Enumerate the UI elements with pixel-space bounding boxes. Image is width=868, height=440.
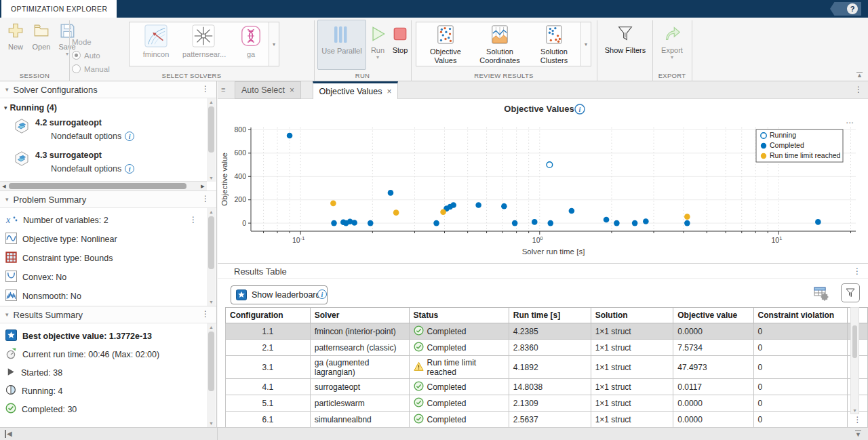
- help-button[interactable]: ?: [830, 2, 861, 16]
- show-filters-button[interactable]: Show Filters: [602, 20, 648, 55]
- panel-menu-icon[interactable]: [201, 84, 210, 94]
- data-point-completed[interactable]: [684, 220, 690, 226]
- leaderboard-info-icon[interactable]: i: [317, 289, 327, 299]
- solver-configurations-header[interactable]: ▾ Solver Configurations: [0, 81, 216, 98]
- data-point-run-time-limit-reached[interactable]: [440, 209, 446, 215]
- table-row-4.1[interactable]: 4.1surrogateoptCompleted14.80381×1 struc…: [226, 379, 868, 395]
- info-icon[interactable]: i: [125, 164, 134, 174]
- problem-summary-item[interactable]: xNumber of variables: 2: [0, 211, 216, 230]
- scatter-plot[interactable]: Objective Valuesi...020040060080010-1100…: [218, 99, 868, 263]
- tab-list-icon[interactable]: ≡: [221, 85, 225, 94]
- tab-close-icon[interactable]: [387, 87, 391, 96]
- collapse-group-icon[interactable]: ▾: [4, 104, 7, 111]
- results-summary-item[interactable]: Best objective value: 1.3772e-13: [0, 327, 216, 345]
- column-header-constraint-violation[interactable]: Constraint violation: [753, 308, 848, 323]
- data-point-completed[interactable]: [331, 220, 337, 226]
- show-leaderboard-button[interactable]: Show leaderboard: [231, 285, 328, 304]
- review-button-obj_values[interactable]: ObjectiveValues: [419, 24, 472, 65]
- new-button[interactable]: New: [3, 20, 28, 52]
- data-point-run-time-limit-reached[interactable]: [684, 214, 690, 220]
- solver-gallery-item-fmincon[interactable]: fmincon: [135, 24, 177, 58]
- table-row-6.1[interactable]: 6.1simulannealbndCompleted2.56371×1 stru…: [226, 412, 868, 428]
- solver-config-item-4.2[interactable]: 4.2 surrogateoptNondefault optionsi: [14, 117, 216, 145]
- problem-summary-item[interactable]: Convex: No: [0, 268, 216, 287]
- panel-menu-icon[interactable]: [201, 194, 210, 203]
- panel-menu-icon[interactable]: [201, 309, 210, 319]
- data-point-completed[interactable]: [351, 220, 357, 226]
- data-point-completed[interactable]: [368, 220, 374, 226]
- export-button[interactable]: Export ▾: [656, 20, 688, 60]
- results-summary-vscrollbar[interactable]: ▲ ▼: [207, 323, 216, 427]
- tab-objective-values[interactable]: Objective Values: [313, 81, 399, 99]
- table-row-1.1[interactable]: 1.1fmincon (interior-point)Completed4.23…: [226, 323, 868, 340]
- running-group[interactable]: ▾ Running (4): [4, 103, 216, 113]
- results-summary-item[interactable]: Started: 38: [0, 363, 216, 382]
- run-dropdown-arrow[interactable]: ▾: [368, 55, 387, 60]
- chart-options-button[interactable]: ...: [846, 115, 854, 125]
- solver-config-hscrollbar[interactable]: ◀ ▶: [0, 181, 207, 191]
- data-point-completed[interactable]: [815, 219, 821, 225]
- collapse-panel-down-icon[interactable]: ▼: [855, 431, 861, 438]
- column-header-run-time-s-[interactable]: Run time [s]: [509, 308, 591, 323]
- data-point-run-time-limit-reached[interactable]: [330, 201, 336, 207]
- problem-summary-header[interactable]: ▾ Problem Summary: [0, 191, 216, 208]
- data-point-completed[interactable]: [388, 190, 394, 196]
- data-point-completed[interactable]: [614, 220, 620, 226]
- data-point-completed[interactable]: [433, 220, 439, 226]
- mode-auto-radio[interactable]: Auto: [72, 51, 126, 60]
- data-point-completed[interactable]: [547, 220, 553, 226]
- stop-button[interactable]: Stop: [391, 20, 410, 55]
- collapse-panel-icon[interactable]: ▾: [5, 311, 9, 318]
- data-point-completed[interactable]: [512, 220, 518, 226]
- results-summary-item[interactable]: Completed: 30: [0, 400, 216, 418]
- data-point-completed[interactable]: [569, 208, 575, 214]
- data-point-completed[interactable]: [287, 133, 293, 139]
- solver-gallery-item-patternsearch[interactable]: patternsear...: [182, 24, 224, 58]
- solver-gallery-item-ga[interactable]: ga: [230, 24, 272, 58]
- data-point-completed[interactable]: [604, 217, 610, 223]
- run-button[interactable]: Run ▾: [368, 20, 387, 60]
- column-header-solver[interactable]: Solver: [310, 308, 409, 323]
- table-filter-button[interactable]: [841, 283, 860, 302]
- data-point-completed[interactable]: [475, 202, 481, 208]
- item-menu-icon[interactable]: [189, 215, 197, 224]
- data-point-run-time-limit-reached[interactable]: [393, 209, 399, 216]
- use-parallel-toggle[interactable]: Use Parallel: [317, 20, 366, 70]
- data-point-completed[interactable]: [643, 218, 649, 224]
- data-point-running[interactable]: [547, 162, 553, 168]
- panel-menu-icon[interactable]: [853, 266, 861, 276]
- solver-config-item-4.3[interactable]: 4.3 surrogateoptNondefault optionsi: [14, 149, 216, 178]
- info-icon[interactable]: i: [125, 132, 134, 141]
- review-button-sol_clusters[interactable]: SolutionClusters: [528, 24, 580, 65]
- results-summary-header[interactable]: ▾ Results Summary: [0, 306, 216, 323]
- problem-summary-vscrollbar[interactable]: ▲ ▼: [207, 208, 216, 306]
- review-button-sol_coords[interactable]: SolutionCoordinates: [473, 24, 526, 65]
- table-row-5.1[interactable]: 5.1particleswarmCompleted2.13091×1 struc…: [226, 395, 868, 412]
- results-table-header[interactable]: Results Table: [218, 263, 868, 279]
- collapse-panel-icon[interactable]: ▾: [5, 196, 9, 203]
- tab-close-icon[interactable]: [290, 85, 294, 95]
- table-row-2.1[interactable]: 2.1patternsearch (classic)Completed2.836…: [226, 340, 868, 356]
- results-summary-item[interactable]: Running: 4: [0, 382, 216, 400]
- problem-summary-item[interactable]: Constraint type: Bounds: [0, 249, 216, 268]
- solver-config-vscrollbar[interactable]: ▲ ▼: [207, 98, 216, 182]
- collapse-panel-icon[interactable]: ▾: [5, 86, 9, 93]
- problem-summary-item[interactable]: Nonsmooth: No: [0, 287, 216, 306]
- splitter[interactable]: [217, 428, 218, 440]
- column-header-status[interactable]: Status: [409, 308, 509, 323]
- open-button[interactable]: Open: [28, 20, 54, 52]
- review-gallery-dropdown[interactable]: ▾: [580, 22, 591, 66]
- tabbar-menu-icon[interactable]: [854, 85, 863, 94]
- column-header-configuration[interactable]: Configuration: [226, 308, 311, 323]
- data-point-completed[interactable]: [450, 202, 456, 208]
- table-vscrollbar[interactable]: ▼: [850, 307, 859, 414]
- data-point-completed[interactable]: [501, 203, 507, 209]
- export-dropdown-arrow[interactable]: ▾: [656, 55, 688, 60]
- app-tab[interactable]: OPTIMIZATION EXPLORER: [1, 0, 117, 18]
- solver-gallery-dropdown[interactable]: ▾: [269, 22, 279, 66]
- data-point-completed[interactable]: [632, 220, 638, 226]
- collapse-toolstrip-button[interactable]: ▲: [856, 72, 863, 79]
- column-header-objective-value[interactable]: Objective value: [673, 308, 753, 323]
- problem-summary-item[interactable]: Objective type: Nonlinear: [0, 230, 216, 249]
- tab-auto-select[interactable]: Auto Select: [235, 81, 301, 99]
